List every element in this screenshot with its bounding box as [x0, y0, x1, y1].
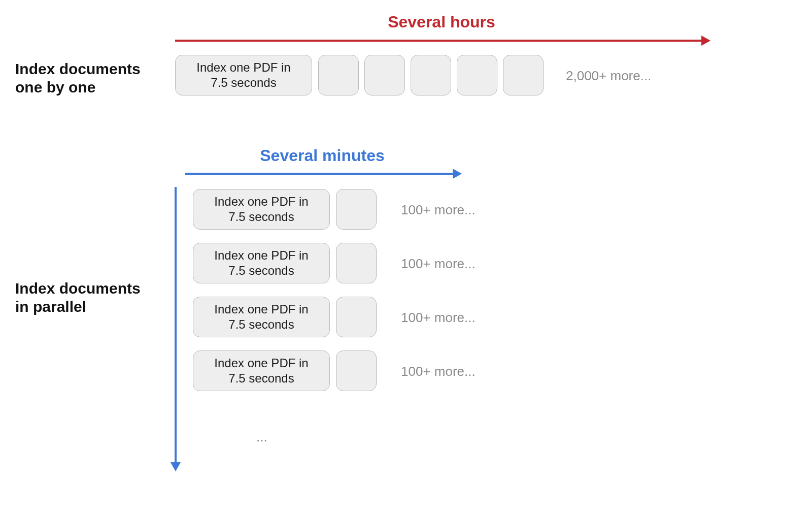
parallel-lane1-task-box-2 [336, 189, 377, 230]
parallel-lanes-arrow [175, 187, 177, 471]
arrow-shaft [175, 40, 703, 42]
parallel-lane1-more-text: 100+ more... [401, 202, 476, 218]
parallel-ellipsis: ... [256, 429, 267, 445]
arrow-shaft [175, 187, 177, 464]
arrow-shaft [185, 173, 455, 175]
parallel-label-line1: Index documents [15, 280, 141, 297]
parallel-lane4-task-box-2 [336, 350, 377, 391]
parallel-lane3-task-box-1: Index one PDF in 7.5 seconds [193, 297, 330, 337]
sequential-task-box-3 [364, 55, 405, 95]
diagram-root: Index documents one by one Several hours… [0, 0, 812, 510]
sequential-label-line1: Index documents [15, 60, 141, 77]
parallel-lane1-task-box-1: Index one PDF in 7.5 seconds [193, 189, 330, 230]
task-label: Index one PDF in 7.5 seconds [214, 248, 308, 278]
sequential-headline: Several hours [175, 13, 708, 31]
sequential-time-arrow [175, 40, 710, 42]
sequential-label-line2: one by one [15, 79, 95, 95]
task-label: Index one PDF in 7.5 seconds [214, 302, 308, 332]
sequential-task-box-6 [503, 55, 544, 95]
parallel-headline: Several minutes [185, 146, 459, 165]
parallel-label: Index documents in parallel [15, 279, 141, 316]
task-label: Index one PDF in 7.5 seconds [214, 194, 308, 225]
arrow-head-icon [453, 169, 462, 179]
sequential-task-box-1: Index one PDF in 7.5 seconds [175, 55, 312, 95]
arrow-head-icon [171, 462, 181, 471]
parallel-label-line2: in parallel [15, 298, 86, 315]
parallel-lane2-task-box-1: Index one PDF in 7.5 seconds [193, 243, 330, 283]
parallel-lane2-more-text: 100+ more... [401, 256, 476, 272]
task-label: Index one PDF in 7.5 seconds [214, 356, 308, 386]
sequential-task-box-4 [411, 55, 451, 95]
parallel-lane4-more-text: 100+ more... [401, 364, 476, 379]
parallel-lane3-task-box-2 [336, 297, 377, 337]
parallel-lane3-more-text: 100+ more... [401, 310, 476, 326]
parallel-lane4-task-box-1: Index one PDF in 7.5 seconds [193, 350, 330, 391]
sequential-more-text: 2,000+ more... [566, 68, 651, 84]
arrow-head-icon [701, 36, 710, 46]
sequential-task-box-5 [457, 55, 497, 95]
task-label: Index one PDF in 7.5 seconds [196, 60, 290, 90]
parallel-lane2-task-box-2 [336, 243, 377, 283]
parallel-time-arrow [185, 173, 462, 175]
sequential-label: Index documents one by one [15, 60, 141, 97]
sequential-task-box-2 [318, 55, 359, 95]
